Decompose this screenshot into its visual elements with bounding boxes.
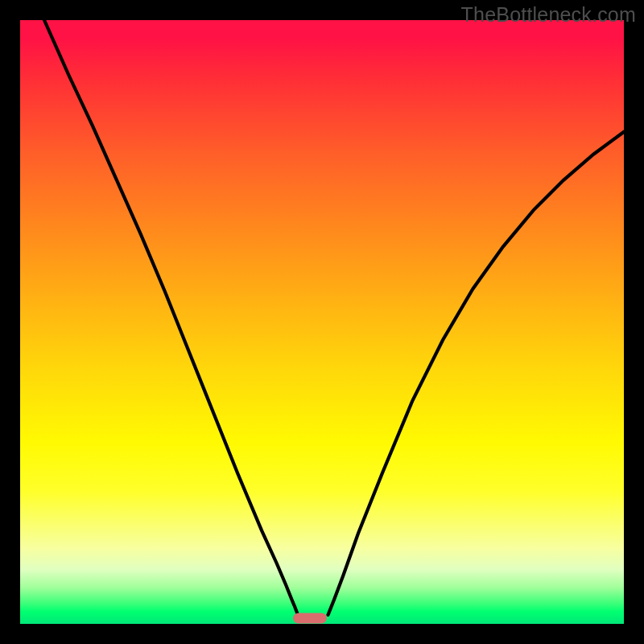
chart-stage: TheBottleneck.com bbox=[0, 0, 644, 644]
watermark-text: TheBottleneck.com bbox=[461, 3, 636, 27]
right-curve bbox=[328, 132, 625, 615]
curve-layer bbox=[20, 20, 624, 624]
left-curve bbox=[44, 20, 298, 615]
minimum-marker bbox=[293, 613, 327, 623]
plot-area bbox=[20, 20, 624, 624]
